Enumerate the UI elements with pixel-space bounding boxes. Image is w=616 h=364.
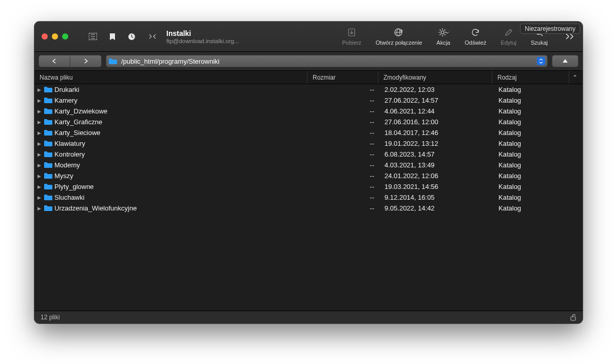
path-dropdown-button[interactable] — [537, 57, 545, 65]
minimize-button[interactable] — [52, 33, 58, 40]
table-row[interactable]: ▶Klawiatury--19.01.2022, 13:12Katalog — [34, 138, 583, 149]
header-modified[interactable]: Zmodyfikowany — [378, 71, 492, 84]
file-name: Klawiatury — [54, 140, 85, 147]
file-listing[interactable]: ▶Drukarki--2.02.2022, 12:03Katalog▶Kamer… — [34, 84, 583, 312]
edit-button[interactable]: Edytuj — [500, 27, 516, 46]
status-text: 12 pliki — [41, 314, 60, 321]
folder-icon — [44, 194, 52, 201]
bookmark-icon[interactable] — [109, 33, 116, 41]
close-button[interactable] — [42, 33, 48, 40]
back-button[interactable] — [38, 55, 70, 67]
header-size[interactable]: Rozmiar — [307, 71, 378, 84]
folder-icon — [44, 162, 52, 168]
refresh-button[interactable]: Odśwież — [465, 27, 486, 46]
file-kind: Katalog — [493, 150, 570, 158]
file-size: -- — [309, 204, 379, 212]
file-modified: 4.06.2021, 12:44 — [379, 107, 493, 115]
history-icon[interactable] — [128, 33, 136, 41]
file-modified: 9.12.2014, 16:05 — [379, 194, 493, 201]
folder-icon — [44, 108, 52, 114]
table-row[interactable]: ▶Kamery--27.06.2022, 14:57Katalog — [34, 95, 583, 106]
file-name: Karty_Dzwiekowe — [54, 107, 107, 115]
disclosure-triangle-icon[interactable]: ▶ — [36, 174, 42, 179]
go-up-button[interactable] — [552, 55, 579, 67]
open-connection-button[interactable]: Otwórz połączenie — [376, 27, 422, 46]
table-row[interactable]: ▶Karty_Graficzne--27.06.2016, 12:00Katal… — [34, 117, 583, 127]
svg-line-19 — [541, 34, 543, 36]
disclosure-triangle-icon[interactable]: ▶ — [36, 184, 42, 189]
disclosure-triangle-icon[interactable]: ▶ — [36, 87, 42, 92]
transfer-icon[interactable] — [148, 33, 157, 40]
file-kind: Katalog — [493, 140, 570, 147]
folder-icon — [44, 86, 52, 93]
table-row[interactable]: ▶Kontrolery--6.08.2023, 14:57Katalog — [34, 149, 583, 160]
file-kind: Katalog — [493, 129, 570, 137]
svg-line-14 — [439, 30, 440, 31]
download-button[interactable]: Pobierz — [342, 27, 361, 46]
header-kind[interactable]: Rodzaj — [492, 71, 569, 84]
disclosure-triangle-icon[interactable]: ▶ — [36, 163, 42, 168]
unlock-icon[interactable] — [570, 314, 576, 321]
table-row[interactable]: ▶Karty_Dzwiekowe--4.06.2021, 12:44Katalo… — [34, 106, 583, 117]
disclosure-triangle-icon[interactable]: ▶ — [36, 195, 42, 200]
table-row[interactable]: ▶Plyty_glowne--19.03.2021, 14:56Katalog — [34, 181, 583, 192]
file-kind: Katalog — [493, 204, 570, 212]
svg-rect-20 — [571, 317, 575, 320]
outline-icon[interactable] — [89, 33, 97, 40]
path-input[interactable] — [120, 57, 534, 66]
folder-icon — [44, 183, 52, 190]
file-modified: 18.04.2017, 12:46 — [379, 129, 493, 137]
file-kind: Katalog — [493, 161, 570, 169]
disclosure-triangle-icon[interactable]: ▶ — [36, 130, 42, 136]
forward-button[interactable] — [70, 55, 102, 67]
disclosure-triangle-icon[interactable]: ▶ — [36, 120, 42, 125]
pencil-icon — [505, 27, 513, 37]
nav-row — [34, 52, 583, 71]
nav-history-controls — [38, 55, 102, 67]
folder-icon — [44, 151, 52, 158]
sort-indicator-icon[interactable]: ⌃ — [572, 74, 578, 81]
titlebar-quick-icons — [86, 33, 157, 41]
header-filename[interactable]: Nazwa pliku — [34, 71, 307, 84]
table-row[interactable]: ▶Karty_Sieciowe--18.04.2017, 12:46Katalo… — [34, 127, 583, 138]
file-size: -- — [309, 107, 379, 115]
file-name: Karty_Graficzne — [54, 118, 102, 126]
status-bar: 12 pliki — [34, 311, 583, 323]
action-button[interactable]: Akcja — [436, 27, 450, 46]
folder-icon — [44, 97, 52, 104]
folder-icon — [44, 129, 52, 136]
table-row[interactable]: ▶Urzadzenia_Wielofunkcyjne--9.05.2022, 1… — [34, 203, 583, 214]
disclosure-triangle-icon[interactable]: ▶ — [36, 98, 42, 103]
table-row[interactable]: ▶Modemy--4.03.2021, 13:49Katalog — [34, 160, 583, 170]
file-size: -- — [309, 140, 379, 147]
file-modified: 2.02.2022, 12:03 — [379, 86, 493, 93]
zoom-button[interactable] — [62, 33, 68, 40]
file-kind: Katalog — [493, 194, 570, 201]
file-modified: 4.03.2021, 13:49 — [379, 161, 493, 169]
file-modified: 6.08.2023, 14:57 — [379, 150, 493, 158]
file-size: -- — [309, 172, 379, 180]
file-size: -- — [309, 183, 379, 190]
file-modified: 19.01.2022, 13:12 — [379, 140, 493, 147]
path-bar[interactable] — [106, 55, 548, 67]
app-window: Niezarejestrowany Instalki ftp@download.… — [34, 22, 583, 323]
table-row[interactable]: ▶Drukarki--2.02.2022, 12:03Katalog — [34, 84, 583, 95]
file-size: -- — [309, 194, 379, 201]
disclosure-triangle-icon[interactable]: ▶ — [36, 109, 42, 114]
svg-line-15 — [444, 34, 445, 35]
table-row[interactable]: ▶Sluchawki--9.12.2014, 16:05Katalog — [34, 192, 583, 203]
gear-icon — [438, 27, 449, 37]
file-name: Kontrolery — [54, 150, 85, 158]
disclosure-triangle-icon[interactable]: ▶ — [36, 141, 42, 146]
file-size: -- — [309, 161, 379, 169]
disclosure-triangle-icon[interactable]: ▶ — [36, 152, 42, 157]
file-kind: Katalog — [493, 172, 570, 180]
file-name: Karty_Sieciowe — [54, 129, 101, 137]
file-size: -- — [309, 150, 379, 158]
disclosure-triangle-icon[interactable]: ▶ — [36, 206, 42, 211]
folder-icon — [44, 173, 52, 179]
window-subtitle: ftp@download.instalki.org... — [166, 38, 259, 44]
file-name: Myszy — [54, 172, 73, 180]
table-row[interactable]: ▶Myszy--24.01.2022, 12:06Katalog — [34, 170, 583, 181]
window-controls — [34, 33, 86, 40]
